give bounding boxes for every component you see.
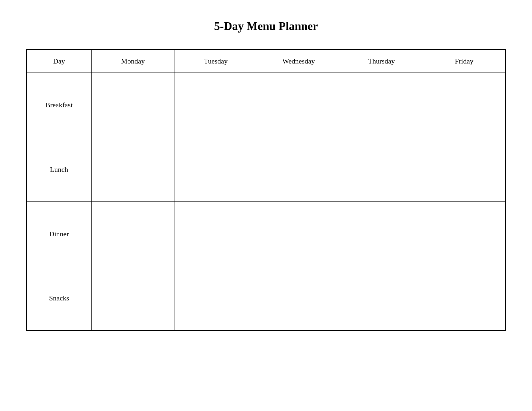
snacks-wednesday[interactable]: [257, 266, 340, 331]
snacks-label: Snacks: [26, 266, 92, 331]
snacks-row: Snacks: [26, 266, 506, 331]
breakfast-friday[interactable]: [423, 73, 506, 137]
header-row: Day Monday Tuesday Wednesday Thursday Fr…: [26, 50, 506, 73]
breakfast-monday[interactable]: [92, 73, 174, 137]
lunch-monday[interactable]: [92, 137, 174, 202]
lunch-row: Lunch: [26, 137, 506, 202]
breakfast-label: Breakfast: [26, 73, 92, 137]
dinner-thursday[interactable]: [340, 202, 423, 266]
header-day: Day: [26, 50, 92, 73]
header-thursday: Thursday: [340, 50, 423, 73]
dinner-monday[interactable]: [92, 202, 174, 266]
dinner-friday[interactable]: [423, 202, 506, 266]
breakfast-tuesday[interactable]: [174, 73, 257, 137]
dinner-label: Dinner: [26, 202, 92, 266]
lunch-friday[interactable]: [423, 137, 506, 202]
snacks-friday[interactable]: [423, 266, 506, 331]
header-tuesday: Tuesday: [174, 50, 257, 73]
lunch-tuesday[interactable]: [174, 137, 257, 202]
page-title: 5-Day Menu Planner: [214, 19, 318, 33]
header-monday: Monday: [92, 50, 174, 73]
snacks-tuesday[interactable]: [174, 266, 257, 331]
header-wednesday: Wednesday: [257, 50, 340, 73]
menu-planner-table: Day Monday Tuesday Wednesday Thursday Fr…: [26, 49, 506, 331]
snacks-thursday[interactable]: [340, 266, 423, 331]
lunch-label: Lunch: [26, 137, 92, 202]
lunch-thursday[interactable]: [340, 137, 423, 202]
breakfast-row: Breakfast: [26, 73, 506, 137]
dinner-wednesday[interactable]: [257, 202, 340, 266]
dinner-row: Dinner: [26, 202, 506, 266]
snacks-monday[interactable]: [92, 266, 174, 331]
header-friday: Friday: [423, 50, 506, 73]
breakfast-thursday[interactable]: [340, 73, 423, 137]
dinner-tuesday[interactable]: [174, 202, 257, 266]
breakfast-wednesday[interactable]: [257, 73, 340, 137]
lunch-wednesday[interactable]: [257, 137, 340, 202]
